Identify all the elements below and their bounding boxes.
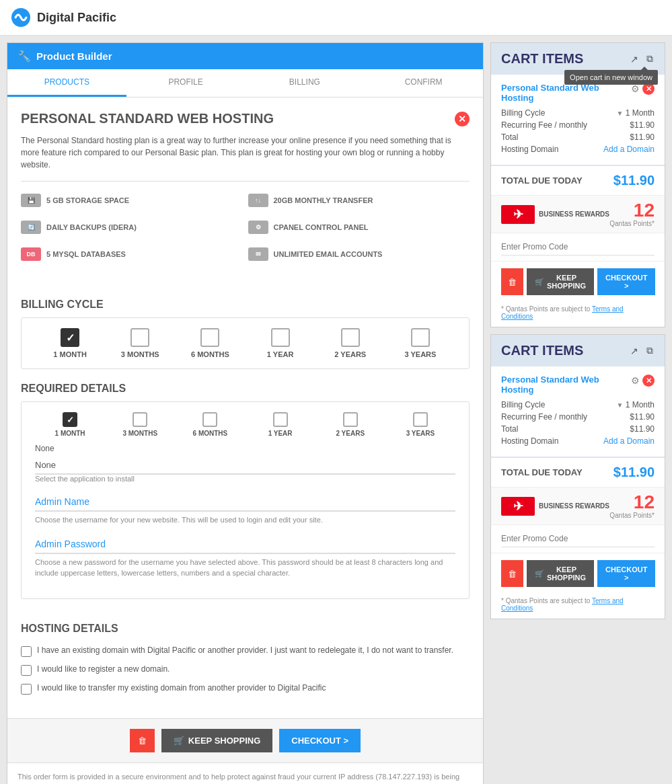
hosting-checkbox-2[interactable]	[21, 665, 32, 676]
billing-checkbox-3years[interactable]	[411, 328, 430, 347]
small-billing-1month[interactable]: 1 MONTH	[35, 412, 105, 437]
small-checkbox-6months[interactable]	[202, 412, 217, 427]
small-checkbox-3years[interactable]	[413, 412, 428, 427]
wrench-icon: 🔧	[17, 50, 31, 63]
hosting-checkbox-3[interactable]	[21, 684, 32, 695]
cart-billing-label-2: Billing Cycle	[501, 400, 545, 409]
billing-checkbox-1month[interactable]	[61, 328, 79, 347]
cart-recurring-value-1: $11.90	[630, 120, 655, 130]
cart-domain-link-2[interactable]: Add a Domain	[603, 436, 655, 446]
cart-keep-shopping-button-1[interactable]: 🛒 KEEP SHOPPING	[527, 268, 594, 295]
admin-name-input[interactable]	[35, 493, 455, 512]
terms-text-1: * Qantas Points are subject to Terms and…	[491, 302, 665, 327]
cart-rewards-1: ✈ BUSINESS REWARDS 12 Qantas Points*	[491, 195, 665, 233]
hosting-option-2-label: I would like to register a new domain.	[37, 664, 170, 675]
cart-item-link-1[interactable]: Personal Standard Web Hosting	[501, 83, 631, 103]
keep-shopping-icon: 🛒	[174, 736, 184, 746]
bottom-bar: 🗑 🛒 KEEP SHOPPING CHECKOUT >	[7, 718, 483, 762]
small-checkbox-1month[interactable]	[63, 412, 77, 427]
cart-remove-button-2[interactable]: ✕	[642, 375, 655, 387]
step-profile[interactable]: PROFILE	[126, 69, 246, 97]
cart-total-value-1: $11.90	[630, 132, 655, 142]
admin-password-input[interactable]	[35, 535, 455, 554]
cart-body-1: Personal Standard Web Hosting ⚙ ✕ Billin…	[491, 75, 665, 165]
cart-recurring-value-2: $11.90	[630, 412, 655, 422]
billing-3months[interactable]: 3 MONTHS	[105, 328, 175, 358]
small-billing-2years[interactable]: 2 YEARS	[315, 412, 385, 437]
promo-input-2[interactable]	[501, 531, 655, 547]
email-icon: ✉	[248, 247, 268, 261]
logo-text: Digital Pacific	[37, 11, 116, 25]
hosting-option-2: I would like to register a new domain.	[21, 664, 470, 676]
small-checkbox-3months[interactable]	[133, 412, 147, 427]
cart-domain-link-1[interactable]: Add a Domain	[603, 145, 655, 154]
cart-share-button-2[interactable]: ↗	[629, 344, 640, 358]
small-billing-3years[interactable]: 3 YEARS	[385, 412, 455, 437]
main-layout: 🔧 Product Builder PRODUCTS PROFILE BILLI…	[0, 36, 672, 784]
billing-checkbox-2years[interactable]	[341, 328, 360, 347]
cart-total-label-2: Total	[501, 424, 518, 434]
small-checkbox-1year[interactable]	[273, 412, 288, 427]
cart-keep-icon-2: 🛒	[535, 570, 544, 578]
cart-header-2: CART ITEMS ↗ ⧉	[491, 335, 665, 366]
cart-billing-cycle-row-2: Billing Cycle ▼ 1 Month	[501, 400, 655, 409]
cart-total-due-value-1: $11.90	[613, 173, 655, 188]
remove-product-button[interactable]: ✕	[455, 112, 470, 126]
rewards-text-1: BUSINESS REWARDS	[539, 210, 609, 219]
hosting-checkbox-1[interactable]	[21, 646, 32, 657]
small-billing-6months[interactable]: 6 MONTHS	[175, 412, 245, 437]
cart-checkout-button-1[interactable]: CHECKOUT >	[597, 268, 655, 295]
product-title: PERSONAL STANDARD WEB HOSTING ✕	[21, 111, 470, 126]
cart-recurring-row-2: Recurring Fee / monthly $11.90	[501, 412, 655, 422]
admin-name-hint: Choose the username for your new website…	[35, 515, 455, 525]
cart-keep-shopping-button-2[interactable]: 🛒 KEEP SHOPPING	[527, 560, 594, 587]
small-checkbox-2years[interactable]	[343, 412, 358, 427]
cart-item-controls-2: ⚙ ✕	[631, 375, 655, 387]
cart-delete-button-1[interactable]: 🗑	[501, 268, 523, 295]
feature-mysql: db 5 MYSQL DATABASES	[21, 243, 243, 265]
billing-checkbox-3months[interactable]	[130, 328, 149, 347]
cart-billing-cycle-row-1: Billing Cycle ▼ 1 Month	[501, 108, 655, 118]
backup-icon: 🔄	[21, 221, 41, 234]
required-details-title: REQUIRED DETAILS	[21, 383, 470, 395]
small-billing-3months[interactable]: 3 MONTHS	[105, 412, 175, 437]
app-select-group: None None Select the application to inst…	[35, 444, 455, 483]
cart-gear-button-2[interactable]: ⚙	[631, 375, 640, 387]
app-select[interactable]: None	[35, 457, 455, 475]
step-products[interactable]: PRODUCTS	[7, 69, 126, 97]
rewards-points-2: 12 Qantas Points*	[609, 493, 655, 519]
billing-cycle-section: 1 MONTH 3 MONTHS 6 MONTHS 1 YEAR	[21, 317, 470, 369]
step-billing[interactable]: BILLING	[246, 69, 365, 97]
app-select-wrapper: None	[35, 457, 455, 475]
cart-external-button-2[interactable]: ⧉	[645, 344, 655, 358]
billing-6months[interactable]: 6 MONTHS	[175, 328, 245, 358]
cart-external-button-1[interactable]: ⧉	[645, 52, 655, 66]
cart-total-label-1: Total	[501, 132, 518, 142]
cart-billing-label-1: Billing Cycle	[501, 108, 545, 118]
storage-icon: 💾	[21, 194, 41, 207]
cart-share-button-1[interactable]: ↗	[629, 52, 640, 66]
feature-storage: 💾 5 GB STORAGE SPACE	[21, 190, 243, 211]
billing-checkbox-1year[interactable]	[271, 328, 290, 347]
cart-title-2: CART ITEMS	[501, 343, 583, 358]
bottom-checkout-button[interactable]: CHECKOUT >	[279, 729, 361, 752]
bottom-delete-button[interactable]: 🗑	[130, 729, 155, 752]
billing-checkbox-6months[interactable]	[200, 328, 219, 347]
small-billing-1year[interactable]: 1 YEAR	[246, 412, 315, 437]
qantas-logo-1: ✈	[501, 205, 535, 224]
billing-1month[interactable]: 1 MONTH	[35, 328, 105, 358]
billing-1year[interactable]: 1 YEAR	[246, 328, 315, 358]
promo-input-1[interactable]	[501, 239, 655, 256]
cart-domain-label-2: Hosting Domain	[501, 436, 558, 446]
billing-3years[interactable]: 3 YEARS	[385, 328, 455, 358]
cart-rewards-info-1: ✈ BUSINESS REWARDS	[501, 205, 609, 224]
billing-2years[interactable]: 2 YEARS	[315, 328, 385, 358]
qantas-logo-2: ✈	[501, 497, 535, 516]
admin-password-hint: Choose a new password for the username y…	[35, 557, 455, 578]
cart-item-link-2[interactable]: Personal Standard Web Hosting	[501, 375, 631, 395]
bottom-keep-shopping-button[interactable]: 🛒 KEEP SHOPPING	[161, 729, 272, 752]
cart-delete-button-2[interactable]: 🗑	[501, 560, 523, 587]
cart-checkout-button-2[interactable]: CHECKOUT >	[597, 560, 655, 587]
cart-billing-value-2: ▼ 1 Month	[616, 400, 655, 409]
step-confirm[interactable]: CONFIRM	[364, 69, 483, 97]
